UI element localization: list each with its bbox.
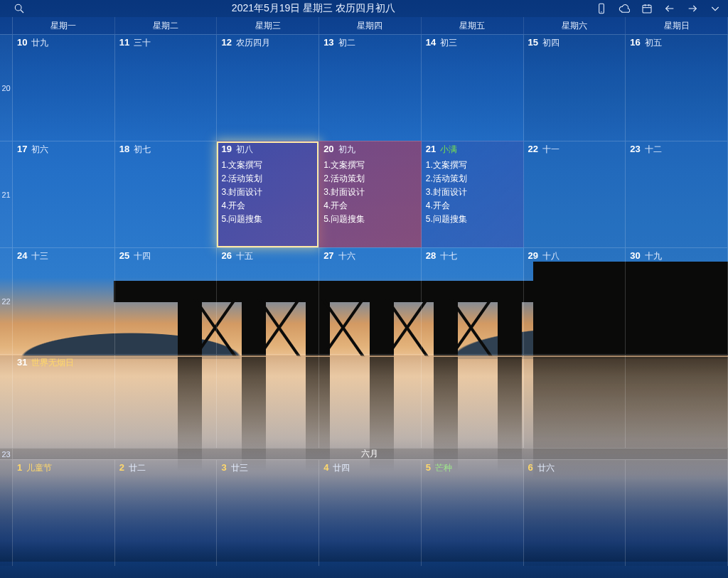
day-cell[interactable]: 16初五 [626, 34, 728, 141]
day-cell[interactable] [626, 459, 728, 566]
day-cell[interactable] [626, 354, 728, 448]
event-item[interactable]: 3.封面设计 [323, 186, 417, 199]
event-item[interactable]: 1.文案撰写 [323, 159, 417, 172]
day-cell[interactable]: 25十四 [115, 247, 218, 354]
day-cell[interactable]: 6廿六 [524, 459, 626, 566]
day-cell[interactable]: 24十三 [13, 247, 115, 354]
event-item[interactable]: 1.文案撰写 [426, 159, 519, 172]
weekday-header: 星期一 星期二 星期三 星期四 星期五 星期六 星期日 [0, 17, 728, 34]
weekday-fri: 星期五 [422, 17, 524, 34]
weekday-sun: 星期日 [626, 17, 728, 34]
weekday-sat: 星期六 [524, 17, 626, 34]
phone-icon[interactable] [596, 3, 607, 14]
day-cell[interactable]: 11三十 [115, 34, 218, 141]
day-cell[interactable]: 3廿三 [217, 459, 319, 566]
event-item[interactable]: 5.问题搜集 [323, 213, 417, 226]
event-item[interactable]: 1.文案撰写 [221, 159, 314, 172]
weekday-thu: 星期四 [319, 17, 422, 34]
day-cell-today[interactable]: 19初八 1.文案撰写 2.活动策划 3.封面设计 4.开会 5.问题搜集 [217, 141, 319, 247]
week-number [0, 354, 13, 448]
event-item[interactable]: 2.活动策划 [426, 172, 519, 186]
search-icon[interactable] [7, 3, 31, 14]
event-item[interactable]: 4.开会 [426, 199, 519, 213]
week-number: 20 [0, 34, 13, 141]
weekday-wed: 星期三 [217, 17, 319, 34]
event-item[interactable]: 4.开会 [221, 199, 314, 213]
day-cell[interactable]: 15初四 [524, 34, 626, 141]
week-number: 23 [0, 448, 13, 459]
event-list: 1.文案撰写 2.活动策划 3.封面设计 4.开会 5.问题搜集 [221, 159, 314, 226]
svg-point-0 [15, 4, 21, 11]
month-label: 六月 [13, 448, 728, 459]
day-cell[interactable]: 26十五 [217, 247, 319, 354]
day-cell[interactable]: 10廿九 [13, 34, 115, 141]
calendar-icon[interactable] [641, 3, 653, 14]
prev-arrow-icon[interactable] [664, 3, 675, 14]
day-cell[interactable]: 23十二 [626, 141, 728, 247]
day-cell[interactable]: 20初九 1.文案撰写 2.活动策划 3.封面设计 4.开会 5.问题搜集 [319, 141, 422, 247]
cloud-icon[interactable] [619, 3, 630, 14]
header-date-title: 2021年5月19日 星期三 农历四月初八 [31, 2, 596, 15]
day-cell[interactable]: 29十八 [524, 247, 626, 354]
event-item[interactable]: 5.问题搜集 [221, 213, 314, 226]
day-cell[interactable] [319, 354, 422, 448]
day-cell[interactable]: 18初七 [115, 141, 218, 247]
calendar-grid: 20 10廿九 11三十 12农历四月 13初二 14初三 15初四 16初五 … [0, 34, 728, 566]
day-cell[interactable] [422, 354, 524, 448]
topbar: 2021年5月19日 星期三 农历四月初八 [0, 0, 728, 17]
event-list: 1.文案撰写 2.活动策划 3.封面设计 4.开会 5.问题搜集 [323, 159, 417, 226]
day-cell[interactable]: 27十六 [319, 247, 422, 354]
day-cell[interactable]: 31世界无烟日 [13, 354, 115, 448]
event-item[interactable]: 2.活动策划 [221, 172, 314, 186]
svg-rect-4 [643, 5, 651, 13]
event-item[interactable]: 4.开会 [323, 199, 417, 213]
weekday-mon: 星期一 [13, 17, 115, 34]
day-cell[interactable]: 22十一 [524, 141, 626, 247]
event-list: 1.文案撰写 2.活动策划 3.封面设计 4.开会 5.问题搜集 [426, 159, 519, 226]
next-arrow-icon[interactable] [687, 3, 698, 14]
day-cell[interactable]: 17初六 [13, 141, 115, 247]
day-cell[interactable]: 21小满 1.文案撰写 2.活动策划 3.封面设计 4.开会 5.问题搜集 [422, 141, 524, 247]
expand-icon[interactable] [710, 3, 721, 14]
day-cell[interactable] [115, 354, 218, 448]
day-cell[interactable]: 2廿二 [115, 459, 218, 566]
day-cell[interactable]: 5芒种 [422, 459, 524, 566]
day-cell[interactable] [524, 354, 626, 448]
week-number: 22 [0, 247, 13, 354]
week-number: 21 [0, 141, 13, 247]
day-cell[interactable]: 14初三 [422, 34, 524, 141]
day-cell[interactable]: 4廿四 [319, 459, 422, 566]
day-cell[interactable]: 28十七 [422, 247, 524, 354]
day-cell[interactable] [217, 354, 319, 448]
svg-line-1 [21, 10, 23, 13]
day-cell[interactable]: 13初二 [319, 34, 422, 141]
event-item[interactable]: 5.问题搜集 [426, 213, 519, 226]
event-item[interactable]: 2.活动策划 [323, 172, 417, 186]
day-cell[interactable]: 12农历四月 [217, 34, 319, 141]
weekday-tue: 星期二 [115, 17, 218, 34]
event-item[interactable]: 3.封面设计 [426, 186, 519, 199]
day-cell[interactable]: 30十九 [626, 247, 728, 354]
event-item[interactable]: 3.封面设计 [221, 186, 314, 199]
week-number [0, 459, 13, 566]
day-cell[interactable]: 1儿童节 [13, 459, 115, 566]
